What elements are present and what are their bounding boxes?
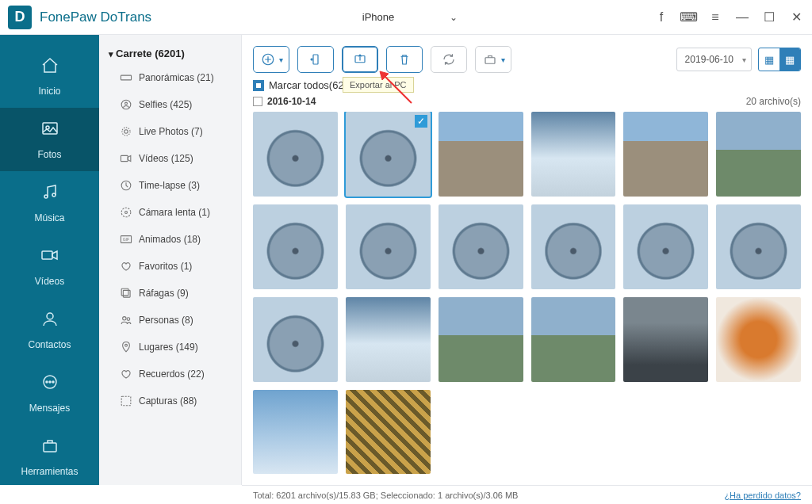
tree-item-burst[interactable]: Ráfagas (9) — [99, 280, 241, 307]
photo-thumbnail[interactable] — [253, 297, 338, 382]
svg-rect-31 — [485, 58, 495, 64]
contactos-icon — [40, 309, 60, 334]
menu-icon[interactable]: ≡ — [707, 10, 723, 25]
status-text: Total: 6201 archivo(s)/15.83 GB; Selecci… — [253, 491, 518, 500]
capture-icon — [120, 395, 132, 407]
photo-thumbnail[interactable] — [439, 204, 523, 289]
view-grid-small[interactable]: ▦ — [759, 48, 779, 71]
select-all-checkbox[interactable] — [253, 80, 264, 91]
photo-thumbnail[interactable] — [253, 390, 338, 475]
photo-thumbnail[interactable] — [623, 112, 708, 197]
statusbar: Total: 6201 archivo(s)/15.83 GB; Selecci… — [242, 485, 812, 504]
photo-thumbnail[interactable] — [531, 297, 616, 382]
tree-item-people[interactable]: Personas (8) — [99, 307, 241, 334]
toolbox-button[interactable]: ▾ — [475, 46, 511, 73]
svg-point-3 — [52, 193, 56, 197]
photo-thumbnail[interactable] — [716, 204, 801, 289]
device-selector[interactable]: iPhone ⌄ — [339, 11, 473, 23]
photo-thumbnail[interactable] — [346, 297, 431, 382]
photo-thumbnail[interactable] — [346, 390, 431, 475]
tree-item-label: Recuerdos (22) — [139, 368, 205, 380]
sidebar-label: Mensajes — [29, 403, 70, 414]
tree-item-capture[interactable]: Capturas (88) — [99, 388, 241, 414]
photo-thumbnail[interactable]: ✓ — [346, 112, 431, 197]
tree-item-label: Animados (18) — [139, 234, 201, 245]
tree-item-timelapse[interactable]: Time-lapse (3) — [99, 172, 241, 199]
sidebar-item-fotos[interactable]: Fotos — [0, 108, 99, 171]
photo-thumbnail[interactable] — [531, 112, 616, 197]
date-group-header: 2016-10-14 20 archivo(s) — [242, 93, 812, 112]
tree-item-selfie[interactable]: Selfies (425) — [99, 91, 241, 118]
photo-thumbnail[interactable] — [623, 204, 708, 289]
tree-item-live[interactable]: Live Photos (7) — [99, 118, 241, 145]
svg-point-25 — [127, 318, 130, 321]
app-title: FonePaw DoTrans — [40, 10, 151, 25]
date-checkbox[interactable] — [253, 97, 262, 106]
svg-rect-11 — [121, 75, 131, 80]
tree-item-slowmo[interactable]: Cámara lenta (1) — [99, 199, 241, 226]
add-button[interactable]: ▾ — [253, 46, 289, 73]
feedback-icon[interactable]: ⌨ — [680, 10, 696, 25]
slowmo-icon — [120, 206, 132, 219]
photo-thumbnail[interactable] — [716, 112, 801, 197]
photo-thumbnail[interactable] — [716, 297, 801, 382]
svg-point-5 — [47, 313, 53, 319]
window-controls: f ⌨ ≡ — ☐ ✕ — [653, 10, 804, 25]
svg-point-7 — [46, 381, 48, 383]
tree-header[interactable]: Carrete (6201) — [99, 43, 241, 64]
photo-thumbnail[interactable] — [253, 204, 338, 289]
photo-thumbnail[interactable] — [439, 112, 523, 197]
date-picker[interactable]: 2019-06-10 — [676, 48, 752, 71]
close-icon[interactable]: ✕ — [788, 10, 804, 25]
tree-item-heart[interactable]: Favoritos (1) — [99, 253, 241, 280]
places-icon — [120, 341, 132, 353]
photo-thumbnail[interactable] — [346, 204, 431, 289]
tree-item-places[interactable]: Lugares (149) — [99, 334, 241, 361]
file-count: 20 archivo(s) — [746, 96, 801, 107]
tree-item-panorama[interactable]: Panorámicas (21) — [99, 64, 241, 91]
sidebar-item-videos[interactable]: Vídeos — [0, 235, 99, 298]
heart-icon — [120, 260, 132, 273]
refresh-button[interactable] — [431, 46, 467, 73]
memories-icon — [120, 368, 132, 380]
svg-point-15 — [122, 128, 130, 136]
delete-button[interactable] — [386, 46, 423, 73]
sidebar: InicioFotosMúsicaVídeosContactosMensajes… — [0, 35, 99, 485]
tree-item-label: Favoritos (1) — [139, 261, 192, 272]
sidebar-item-mensajes[interactable]: Mensajes — [0, 361, 99, 425]
svg-text:GIF: GIF — [123, 237, 129, 242]
tree-item-label: Capturas (88) — [139, 395, 197, 407]
people-icon — [120, 314, 132, 326]
select-all-row[interactable]: Marcar todos(6201) — [242, 78, 812, 93]
sidebar-label: Contactos — [28, 339, 71, 350]
svg-rect-27 — [121, 396, 131, 406]
panorama-icon — [120, 71, 132, 84]
main-area: ▾ Exportar al PC ▾ 2019-06-10 ▦ ▦ Marcar… — [242, 35, 812, 485]
photo-thumbnail[interactable] — [531, 204, 616, 289]
svg-rect-23 — [121, 288, 128, 296]
to-device-button[interactable] — [297, 46, 334, 73]
view-grid-large[interactable]: ▦ — [779, 48, 800, 71]
album-tree: Carrete (6201) Panorámicas (21)Selfies (… — [99, 35, 242, 485]
photo-thumbnail[interactable] — [623, 297, 708, 382]
tree-item-memories[interactable]: Recuerdos (22) — [99, 361, 241, 388]
facebook-icon[interactable]: f — [653, 10, 669, 25]
thumbnail-scroll[interactable]: ✓ — [242, 112, 812, 485]
thumbnail-grid: ✓ — [253, 112, 801, 474]
gif-icon: GIF — [120, 233, 132, 246]
sidebar-item-inicio[interactable]: Inicio — [0, 44, 99, 108]
export-to-pc-button[interactable]: Exportar al PC — [342, 46, 378, 73]
minimize-icon[interactable]: — — [734, 10, 750, 25]
sidebar-item-contactos[interactable]: Contactos — [0, 298, 99, 361]
photo-thumbnail[interactable] — [253, 112, 338, 197]
videos-icon — [40, 246, 60, 271]
tree-item-label: Panorámicas (21) — [139, 72, 214, 83]
live-icon — [120, 125, 132, 138]
sidebar-item-musica[interactable]: Música — [0, 171, 99, 235]
sidebar-item-herramientas[interactable]: Herramientas — [0, 425, 99, 488]
photo-thumbnail[interactable] — [439, 297, 523, 382]
tree-item-gif[interactable]: GIFAnimados (18) — [99, 226, 241, 253]
maximize-icon[interactable]: ☐ — [761, 10, 777, 25]
lost-data-link[interactable]: ¿Ha perdido datos? — [724, 491, 801, 500]
tree-item-video[interactable]: Vídeos (125) — [99, 145, 241, 172]
